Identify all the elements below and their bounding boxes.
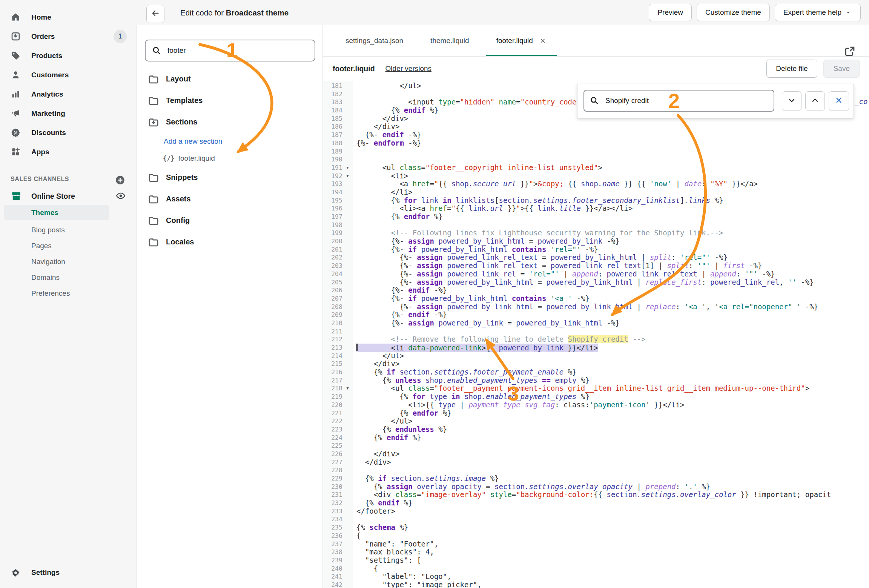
code-line-239[interactable]: 239 "settings": [	[323, 556, 869, 565]
file-footer-liquid[interactable]: {/}footer.liquid	[137, 150, 322, 167]
code-line-196[interactable]: 196 <li><a href="{{ link.url }}">{{ link…	[323, 204, 869, 213]
sidebar-item-themes[interactable]: Themes	[4, 205, 109, 220]
line-number[interactable]: 242	[323, 581, 342, 588]
close-find-button[interactable]	[829, 91, 849, 111]
code-line-222[interactable]: 222 </ul>	[323, 417, 869, 425]
sidebar-item-domains[interactable]: Domains	[0, 270, 137, 286]
save-button[interactable]: Save	[823, 60, 860, 78]
code-line-233[interactable]: 233</footer>	[323, 507, 869, 516]
code-line-242[interactable]: 242 "type": "image_picker",	[323, 581, 869, 588]
code-line-220[interactable]: 220 <li>{{ type | payment_type_svg_tag: …	[323, 401, 869, 409]
code-line-186[interactable]: 186 </div>	[323, 123, 869, 131]
sidebar-item-products[interactable]: Products	[0, 46, 137, 65]
folder-locales[interactable]: Locales	[137, 231, 322, 253]
code-line-193[interactable]: 193 <a href="{{ shop.secure_url }}">&cop…	[323, 180, 869, 188]
back-button[interactable]	[146, 5, 164, 23]
code-line-223[interactable]: 223 {% endunless %}	[323, 425, 869, 434]
code-line-232[interactable]: 232 {% endif %}	[323, 499, 869, 507]
line-number[interactable]: 237	[323, 540, 342, 548]
code-line-238[interactable]: 238 "max_blocks": 4,	[323, 548, 869, 556]
code-line-198[interactable]: 198	[323, 221, 869, 229]
line-number[interactable]: 199	[323, 229, 342, 237]
line-number[interactable]: 212	[323, 335, 342, 344]
code-line-194[interactable]: 194 </li>	[323, 188, 869, 197]
code-line-208[interactable]: 208 {%- assign powered_by_link_html = po…	[323, 303, 869, 311]
line-number[interactable]: 194	[323, 188, 342, 197]
line-number[interactable]: 236	[323, 532, 342, 540]
line-number[interactable]: 229	[323, 474, 342, 483]
sidebar-item-navigation[interactable]: Navigation	[0, 254, 137, 270]
line-number[interactable]: 231	[323, 491, 342, 499]
line-number[interactable]: 196	[323, 204, 342, 213]
code-line-190[interactable]: 190	[323, 155, 869, 164]
line-number[interactable]: 226	[323, 450, 342, 458]
line-number[interactable]: 186	[323, 123, 342, 131]
folder-snippets[interactable]: Snippets	[137, 167, 322, 188]
code-line-215[interactable]: 215 </div>	[323, 360, 869, 368]
code-line-229[interactable]: 229 {% if section.settings.image %}	[323, 474, 869, 483]
code-line-210[interactable]: 210 {%- assign powered_by_link = powered…	[323, 319, 869, 327]
line-number[interactable]: 205	[323, 278, 342, 287]
code-line-199[interactable]: 199 <!-- Following lines fix Lighthouse …	[323, 229, 869, 237]
line-number[interactable]: 198	[323, 221, 342, 229]
line-number[interactable]: 234	[323, 515, 342, 524]
code-line-209[interactable]: 209 {%- endif -%}	[323, 311, 869, 319]
line-number[interactable]: 232	[323, 499, 342, 507]
preview-button[interactable]: Preview	[649, 4, 692, 21]
line-number[interactable]: 233	[323, 507, 342, 516]
code-line-207[interactable]: 207 {%- if powered_by_link_html contains…	[323, 295, 869, 303]
code-line-188[interactable]: 188{%- endform -%}	[323, 139, 869, 147]
line-number[interactable]: 240	[323, 565, 342, 573]
line-number[interactable]: 197	[323, 213, 342, 221]
line-number[interactable]: 221	[323, 409, 342, 418]
code-line-217[interactable]: 217 {% unless shop.enabled_payment_types…	[323, 376, 869, 385]
tab-footer-liquid[interactable]: footer.liquid	[483, 25, 560, 56]
line-number[interactable]: 235	[323, 524, 342, 532]
tab-settings_data-json[interactable]: settings_data.json	[332, 25, 417, 56]
line-number[interactable]: 190	[323, 155, 342, 164]
code-line-235[interactable]: 235{% schema %}	[323, 524, 869, 532]
sidebar-item-marketing[interactable]: Marketing	[0, 104, 137, 123]
code-line-218[interactable]: 218▾ <ul class="footer__payment payment-…	[323, 384, 869, 393]
line-number[interactable]: 217	[323, 376, 342, 385]
line-number[interactable]: 207	[323, 295, 342, 303]
folder-layout[interactable]: Layout	[137, 68, 322, 90]
line-number[interactable]: 188	[323, 139, 342, 147]
line-number[interactable]: 203	[323, 262, 342, 270]
view-store-eye-icon[interactable]	[115, 190, 126, 201]
sidebar-item-pages[interactable]: Pages	[0, 238, 137, 254]
add-new-section-link[interactable]: Add a new section	[137, 133, 322, 150]
code-line-221[interactable]: 221 {% endfor %}	[323, 409, 869, 418]
find-previous-button[interactable]	[805, 91, 825, 111]
fold-toggle-icon[interactable]: ▾	[342, 164, 353, 172]
fold-toggle-icon[interactable]: ▾	[342, 384, 353, 393]
code-line-192[interactable]: 192▾ <li>	[323, 172, 869, 180]
code-line-187[interactable]: 187 {%- endif -%}	[323, 131, 869, 139]
sidebar-item-orders[interactable]: Orders1	[0, 27, 137, 46]
line-number[interactable]: 209	[323, 311, 342, 319]
line-number[interactable]: 206	[323, 286, 342, 295]
line-number[interactable]: 228	[323, 466, 342, 474]
sidebar-item-apps[interactable]: Apps	[0, 142, 137, 161]
older-versions-link[interactable]: Older versions	[385, 64, 432, 73]
line-number[interactable]: 225	[323, 442, 342, 450]
code-area[interactable]: 181 </ul>182183 <input type="hidden" nam…	[323, 81, 869, 588]
file-search-input[interactable]	[145, 40, 315, 61]
code-line-214[interactable]: 214 </ul>	[323, 352, 869, 360]
code-line-236[interactable]: 236{	[323, 532, 869, 540]
code-line-211[interactable]: 211	[323, 327, 869, 336]
expert-theme-help-button[interactable]: Expert theme help	[775, 4, 861, 21]
line-number[interactable]: 227	[323, 458, 342, 467]
line-number[interactable]: 218	[323, 384, 342, 393]
line-number[interactable]: 200	[323, 237, 342, 246]
delete-file-button[interactable]: Delete file	[766, 60, 817, 78]
line-number[interactable]: 214	[323, 352, 342, 360]
code-line-212[interactable]: 212 <!-- Remove the following line to de…	[323, 335, 869, 344]
tab-theme-liquid[interactable]: theme.liquid	[417, 25, 482, 56]
code-line-237[interactable]: 237 "name": "Footer",	[323, 540, 869, 548]
line-number[interactable]: 210	[323, 319, 342, 327]
add-sales-channel-button[interactable]	[115, 175, 125, 185]
sidebar-item-blog-posts[interactable]: Blog posts	[0, 222, 137, 238]
sidebar-item-preferences[interactable]: Preferences	[0, 286, 137, 301]
line-number[interactable]: 241	[323, 573, 342, 581]
